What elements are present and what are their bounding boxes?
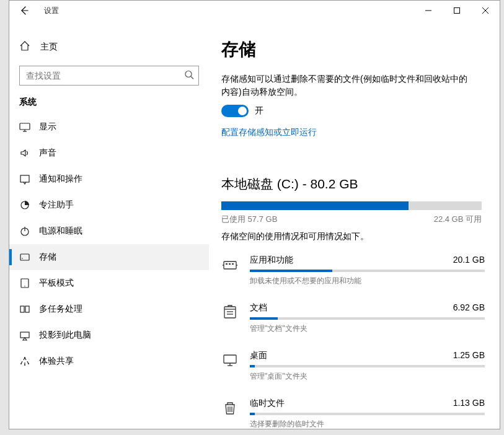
category-body: 桌面1.25 GB管理"桌面"文件夹 xyxy=(250,350,485,382)
category-hint: 管理"桌面"文件夹 xyxy=(250,371,485,382)
category-size: 6.92 GB xyxy=(453,302,485,314)
category-body: 应用和功能20.1 GB卸载未使用或不想要的应用和功能 xyxy=(250,255,485,286)
svg-rect-25 xyxy=(224,261,236,269)
category-size: 1.13 GB xyxy=(453,398,485,409)
sidebar-item-label: 声音 xyxy=(39,147,56,159)
sidebar-item-tablet[interactable]: 平板模式 xyxy=(9,270,209,296)
category-fill xyxy=(250,413,255,415)
maximize-button[interactable] xyxy=(443,1,471,20)
notify-icon xyxy=(19,174,30,185)
category-fill xyxy=(250,270,332,272)
sidebar-item-label: 专注助手 xyxy=(39,200,74,211)
category-fill xyxy=(250,365,255,367)
section-title: 系统 xyxy=(9,97,209,114)
display-icon xyxy=(19,121,30,133)
category-body: 临时文件1.13 GB选择要删除的临时文件 xyxy=(250,398,485,429)
category-bar xyxy=(250,413,485,415)
configure-storage-sense-link[interactable]: 配置存储感知或立即运行 xyxy=(221,127,317,138)
window-controls xyxy=(414,1,500,20)
category-body: 文档6.92 GB管理"文档"文件夹 xyxy=(250,302,485,334)
back-button[interactable] xyxy=(14,1,34,20)
storage-category-temp[interactable]: 临时文件1.13 GB选择要删除的临时文件 xyxy=(221,398,485,429)
sidebar-item-notify[interactable]: 通知和操作 xyxy=(9,166,209,192)
storage-category-apps[interactable]: 应用和功能20.1 GB卸载未使用或不想要的应用和功能 xyxy=(221,255,485,286)
tablet-icon xyxy=(19,278,30,289)
sidebar-item-label: 体验共享 xyxy=(39,356,74,367)
category-name: 临时文件 xyxy=(250,398,285,409)
storage-sense-description: 存储感知可以通过删除不需要的文件(例如临时文件和回收站中的内容)自动释放空间。 xyxy=(221,72,475,99)
home-icon xyxy=(19,40,30,53)
window-title: 设置 xyxy=(44,6,59,16)
storage-sense-toggle[interactable] xyxy=(221,105,249,117)
sidebar-item-label: 电源和睡眠 xyxy=(39,226,82,237)
storage-sense-toggle-row: 开 xyxy=(221,105,485,117)
category-bar xyxy=(250,365,485,367)
svg-rect-7 xyxy=(20,123,30,130)
category-size: 1.25 GB xyxy=(453,350,485,361)
sidebar-item-label: 投影到此电脑 xyxy=(39,330,91,341)
minimize-icon xyxy=(425,7,431,14)
focus-icon xyxy=(19,200,30,211)
category-header: 桌面1.25 GB xyxy=(250,350,485,361)
settings-window: 设置 主页 xyxy=(9,0,500,429)
window-body: 主页 系统 显示声音通知和操作专注助手电源和睡眠存储平板模式多任务处理投影到此电… xyxy=(9,20,500,429)
sidebar-item-display[interactable]: 显示 xyxy=(9,114,209,140)
category-header: 文档6.92 GB xyxy=(250,302,485,314)
category-bar xyxy=(250,317,485,320)
svg-rect-31 xyxy=(224,307,236,318)
home-label: 主页 xyxy=(40,42,58,53)
storage-category-docs[interactable]: 文档6.92 GB管理"文档"文件夹 xyxy=(221,302,485,334)
sidebar: 主页 系统 显示声音通知和操作专注助手电源和睡眠存储平板模式多任务处理投影到此电… xyxy=(9,20,209,429)
disk-usage-bar xyxy=(221,201,482,210)
svg-point-23 xyxy=(28,363,29,364)
svg-point-24 xyxy=(24,364,25,366)
close-icon xyxy=(482,7,489,14)
sidebar-item-multitask[interactable]: 多任务处理 xyxy=(9,296,209,322)
close-button[interactable] xyxy=(471,1,500,20)
home-button[interactable]: 主页 xyxy=(9,35,209,58)
sidebar-item-sound[interactable]: 声音 xyxy=(9,140,209,166)
titlebar-left: 设置 xyxy=(9,1,59,20)
docs-icon xyxy=(221,304,239,321)
sidebar-item-label: 存储 xyxy=(39,252,56,263)
sidebar-item-label: 通知和操作 xyxy=(39,174,82,185)
svg-rect-10 xyxy=(20,175,29,182)
svg-rect-14 xyxy=(20,254,29,260)
sidebar-item-shared[interactable]: 体验共享 xyxy=(9,348,209,374)
sidebar-item-storage[interactable]: 存储 xyxy=(9,244,209,270)
temp-icon xyxy=(221,399,239,416)
sidebar-item-project[interactable]: 投影到此电脑 xyxy=(9,322,209,348)
disk-usage-fill xyxy=(221,201,409,210)
apps-icon xyxy=(221,256,239,273)
category-hint: 管理"文档"文件夹 xyxy=(250,323,485,334)
minimize-button[interactable] xyxy=(414,1,443,20)
sidebar-item-label: 平板模式 xyxy=(39,278,74,289)
svg-rect-20 xyxy=(20,332,29,338)
search-input[interactable] xyxy=(19,66,199,86)
sidebar-item-power[interactable]: 电源和睡眠 xyxy=(9,218,209,244)
nav-list: 显示声音通知和操作专注助手电源和睡眠存储平板模式多任务处理投影到此电脑体验共享 xyxy=(9,114,209,374)
sidebar-item-label: 多任务处理 xyxy=(39,304,82,315)
category-hint: 卸载未使用或不想要的应用和功能 xyxy=(250,276,485,286)
disk-free-label: 22.4 GB 可用 xyxy=(434,214,482,225)
svg-rect-2 xyxy=(454,8,460,14)
main-content[interactable]: 存储 存储感知可以通过删除不需要的文件(例如临时文件和回收站中的内容)自动释放空… xyxy=(209,20,500,429)
sound-icon xyxy=(19,147,30,159)
svg-rect-19 xyxy=(25,306,29,312)
sidebar-item-focus[interactable]: 专注助手 xyxy=(9,192,209,218)
svg-rect-28 xyxy=(226,263,228,265)
svg-point-21 xyxy=(24,357,25,358)
project-icon xyxy=(19,330,30,341)
svg-point-22 xyxy=(20,363,22,364)
disk-used-label: 已使用 57.7 GB xyxy=(221,214,277,225)
storage-icon xyxy=(19,252,30,263)
svg-point-15 xyxy=(22,258,23,259)
category-hint: 选择要删除的临时文件 xyxy=(250,419,485,429)
shared-icon xyxy=(19,356,30,367)
svg-rect-34 xyxy=(224,355,236,363)
desktop-icon xyxy=(221,351,239,369)
category-size: 20.1 GB xyxy=(453,255,485,266)
storage-category-desktop[interactable]: 桌面1.25 GB管理"桌面"文件夹 xyxy=(221,350,485,382)
svg-rect-18 xyxy=(20,306,24,312)
power-icon xyxy=(19,226,30,237)
